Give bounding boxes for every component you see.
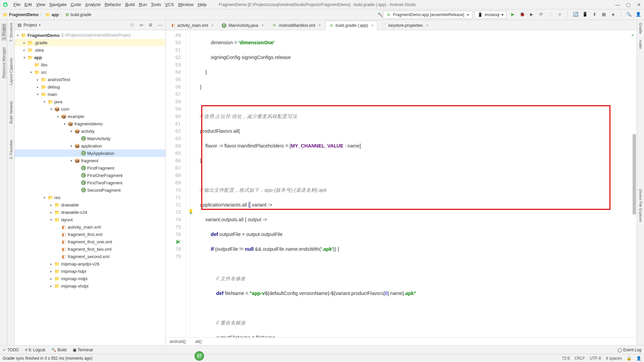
rail-gradle[interactable]: Gradle xyxy=(639,23,643,34)
tree-com[interactable]: ▾📦com xyxy=(15,105,165,113)
tree-mipmap-hdpi[interactable]: ▸📁mipmap-hdpi xyxy=(15,267,165,275)
tree-idea[interactable]: ▸📁.idea xyxy=(15,46,165,54)
menu-build[interactable]: Build xyxy=(123,1,137,8)
run-gutter-icon[interactable]: ▶ xyxy=(176,238,180,245)
status-encoding[interactable]: UTF-8 xyxy=(590,356,601,361)
tree-main[interactable]: ▾📁main xyxy=(15,90,165,98)
close-icon[interactable]: × xyxy=(319,23,321,28)
minimize-icon[interactable]: — xyxy=(615,2,620,7)
crumb-mid[interactable]: app xyxy=(52,12,59,17)
menu-window[interactable]: Window xyxy=(176,1,196,8)
editor-body[interactable]: 49505152 53545556 57585960 61626364 6566… xyxy=(166,30,637,337)
crumb-all[interactable]: all() xyxy=(195,339,202,344)
maximize-icon[interactable]: ▢ xyxy=(626,2,631,7)
build-icon[interactable]: 🔨 xyxy=(377,12,383,18)
rail-build-variants[interactable]: Build Variants xyxy=(9,101,13,124)
rail-make[interactable]: make xyxy=(639,40,643,49)
fold-gutter[interactable] xyxy=(186,30,191,337)
line-gutter[interactable]: 49505152 53545556 57585960 61626364 6566… xyxy=(166,30,186,337)
menu-vcs[interactable]: VCS xyxy=(163,1,176,8)
tree-firsttwofragment[interactable]: CFirstTwoFragment xyxy=(15,179,165,186)
intention-bulb-icon[interactable]: 💡 xyxy=(188,208,194,215)
tree-fragment-first-xml[interactable]: ◧fragment_first.xml xyxy=(15,231,165,238)
tree-androidtest[interactable]: ▸📁androidTest xyxy=(15,76,165,83)
tree-debug[interactable]: ▸📁debug xyxy=(15,83,165,90)
tree-drawable-v24[interactable]: ▸📁drawable-v24 xyxy=(15,208,165,216)
tree-firstfragment[interactable]: CFirstFragment xyxy=(15,164,165,172)
tab-activity-main[interactable]: ◧activity_main.xml× xyxy=(167,20,217,30)
tab-todo[interactable]: ✓ TODO xyxy=(3,348,19,352)
tree-mipmap-anydpi[interactable]: ▸📁mipmap-anydpi-v26 xyxy=(15,260,165,267)
close-icon[interactable]: × xyxy=(211,23,214,28)
tree-drawable[interactable]: ▸📁drawable xyxy=(15,201,165,208)
device-combo[interactable]: 📱 imxiaoqi ▾ xyxy=(475,11,506,19)
tree-libs[interactable]: 📁libs xyxy=(15,61,165,68)
close-icon[interactable]: × xyxy=(371,23,374,28)
sync-icon[interactable]: 🔄 xyxy=(573,11,579,17)
attach-icon[interactable]: ⤴ xyxy=(547,11,553,17)
menu-help[interactable]: Help xyxy=(196,1,209,8)
tab-manifest[interactable]: ⚙AndroidManifest.xml× xyxy=(268,20,325,30)
run-icon[interactable]: ▶ xyxy=(510,11,516,17)
status-eol[interactable]: CRLF xyxy=(575,356,585,361)
rail-device-explorer[interactable]: Device File Explorer xyxy=(639,189,643,222)
collapse-icon[interactable]: ⇔ xyxy=(139,22,144,28)
rail-favorites[interactable]: 2: Favorites xyxy=(9,140,13,159)
tree-fragment-first-two-xml[interactable]: ◧fragment_first_two.xml xyxy=(15,245,165,253)
close-icon[interactable]: ✕ xyxy=(637,2,641,7)
editor-breadcrumbs[interactable]: android{} 〉 all() xyxy=(166,337,637,345)
tree-layout[interactable]: ▾📁layout xyxy=(15,216,165,223)
debug-icon[interactable]: 🐞 xyxy=(519,11,525,17)
crumb-leaf[interactable]: build.gradle xyxy=(70,12,91,17)
tree-activity-main-xml[interactable]: ◧activity_main.xml xyxy=(15,223,165,231)
tree-mipmap-mdpi[interactable]: ▸📁mipmap-mdpi xyxy=(15,275,165,282)
rail-layout-captures[interactable]: Layout Captures xyxy=(9,58,13,85)
rail-project[interactable]: 1: Project xyxy=(1,23,6,41)
vertical-scrollbar[interactable] xyxy=(633,134,636,215)
structure-icon[interactable]: ▦ xyxy=(601,11,607,17)
tree-myapplication[interactable]: CMyApplication xyxy=(15,149,165,157)
avd-icon[interactable]: 📱 xyxy=(582,11,588,17)
tree-src[interactable]: ▾📁src xyxy=(15,68,165,76)
tab-mainactivity[interactable]: CMainActivity.java× xyxy=(218,20,268,30)
sdk-icon[interactable]: ⬇ xyxy=(591,11,597,17)
user-icon[interactable]: 👤 xyxy=(635,11,641,17)
tree-fragment-second-xml[interactable]: ◧fragment_second.xml xyxy=(15,253,165,260)
tab-build-gradle[interactable]: ⚙build.gradle (:app)× xyxy=(325,21,378,30)
crumb-android[interactable]: android{} xyxy=(170,339,186,344)
close-icon[interactable]: × xyxy=(262,23,264,28)
chevron-down-icon[interactable]: ▾ xyxy=(39,23,41,27)
close-icon[interactable]: × xyxy=(426,23,428,28)
update-badge[interactable]: 37 xyxy=(195,351,204,361)
tree-root[interactable]: ▾📁 FragmentDemoE:\Projects\zouqi\Android… xyxy=(15,32,165,39)
tree-example[interactable]: ▾📦example xyxy=(15,113,165,120)
inspection-icon[interactable]: 👤 xyxy=(636,356,641,361)
menu-analyze[interactable]: Analyze xyxy=(83,1,103,8)
menu-view[interactable]: View xyxy=(34,1,47,8)
menu-refactor[interactable]: Refactor xyxy=(103,1,123,8)
status-indent[interactable]: 4 spaces xyxy=(606,356,622,361)
menu-tools[interactable]: Tools xyxy=(149,1,163,8)
menu-edit[interactable]: Edit xyxy=(22,1,34,8)
menu-code[interactable]: Code xyxy=(69,1,83,8)
lock-icon[interactable]: 🔒 xyxy=(627,356,632,361)
menu-run[interactable]: Run xyxy=(137,1,149,8)
tree-java[interactable]: ▾📁java xyxy=(15,98,165,105)
tree-fragment-pkg[interactable]: ▾📦fragment xyxy=(15,157,165,164)
gear-icon[interactable]: ⚙ xyxy=(148,22,153,28)
tree-fragment-first-one-xml[interactable]: ◧fragment_first_one.xml xyxy=(15,238,165,245)
stop-icon[interactable]: ■ xyxy=(557,11,563,17)
resource-icon[interactable]: ◈ xyxy=(610,11,616,17)
tab-eventlog[interactable]: ◯ Event Log xyxy=(618,348,641,352)
tree-gradle[interactable]: ▸📁.gradle xyxy=(15,39,165,46)
tree-application-pkg[interactable]: ▾📦application xyxy=(15,142,165,149)
tree-fragmentdemo[interactable]: ▾📦fragmentdemo xyxy=(15,120,165,127)
tab-terminal[interactable]: ▣ Terminal xyxy=(73,348,93,352)
tree-secondfragment[interactable]: CSecondFragment xyxy=(15,186,165,194)
tree-res[interactable]: ▾📁res xyxy=(15,194,165,201)
search-icon[interactable]: 🔍 xyxy=(626,11,632,17)
project-tree[interactable]: ▾📁 FragmentDemoE:\Projects\zouqi\Android… xyxy=(15,30,165,345)
code-area[interactable]: dimension = 'dimensionOne' signingConfig… xyxy=(191,30,637,337)
breadcrumb[interactable]: 📁 FragmentDemo 〉 📁 app 〉 ⚙ build.gradle xyxy=(3,12,91,17)
menu-navigate[interactable]: Navigate xyxy=(47,1,68,8)
